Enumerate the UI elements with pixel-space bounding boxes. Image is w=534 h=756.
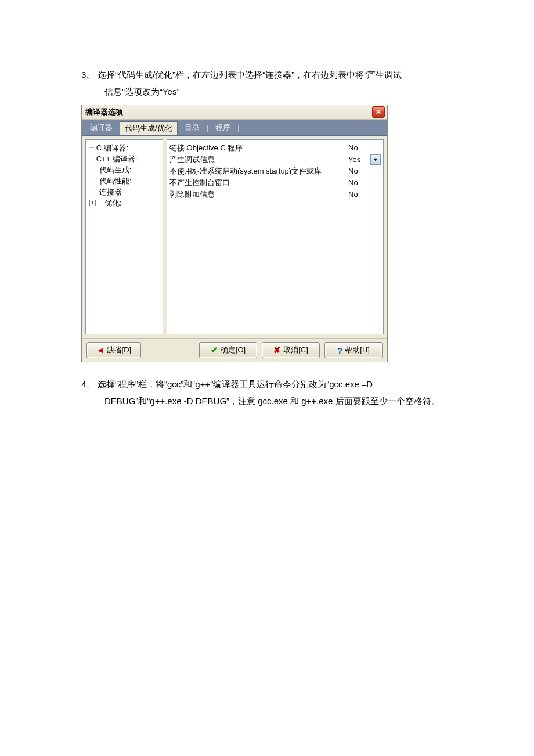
question-icon: ? <box>337 345 342 355</box>
option-value[interactable]: Yes <box>348 154 370 165</box>
tree-item-optimize[interactable]: +┈优化: <box>87 197 161 208</box>
option-value[interactable]: No <box>348 189 370 200</box>
option-value[interactable]: No <box>348 142 370 154</box>
option-value[interactable]: No <box>348 165 370 177</box>
compiler-options-dialog: 编译器选项 ✕ 编译器 代码生成/优化 目录 | 程序 | ┈ C 编译器: ┈… <box>81 105 388 362</box>
tree-item-codegen[interactable]: ┈ 代码生成: <box>87 164 161 175</box>
option-row[interactable]: 链接 Objective C 程序 No <box>169 142 381 154</box>
default-button[interactable]: ◄ 缺省[D] <box>86 342 141 358</box>
option-value[interactable]: No <box>348 177 370 189</box>
dialog-title: 编译器选项 <box>85 107 372 117</box>
default-button-label: 缺省[D] <box>107 345 132 355</box>
dialog-button-bar: ◄ 缺省[D] ✔ 确定[O] ✘ 取消[C] ? 帮助[H] <box>82 338 387 362</box>
option-row[interactable]: 产生调试信息 Yes ▼ <box>169 154 381 165</box>
tab-directory[interactable]: 目录 <box>180 121 204 134</box>
option-label: 链接 Objective C 程序 <box>169 142 348 154</box>
expand-icon[interactable]: + <box>89 200 96 206</box>
option-row[interactable]: 剥除附加信息 No <box>169 189 381 200</box>
tree-item-cpp-compiler[interactable]: ┈ C++ 编译器: <box>87 153 161 164</box>
tab-bar: 编译器 代码生成/优化 目录 | 程序 | <box>82 120 387 136</box>
options-list[interactable]: 链接 Objective C 程序 No 产生调试信息 Yes ▼ 不使用标准系… <box>167 139 384 334</box>
close-button[interactable]: ✕ <box>372 106 385 118</box>
dialog-titlebar: 编译器选项 ✕ <box>82 105 387 120</box>
option-label: 不产生控制台窗口 <box>169 177 348 189</box>
option-label: 剥除附加信息 <box>169 189 348 200</box>
panes-container: ┈ C 编译器: ┈ C++ 编译器: ┈ 代码生成: ┈ 代码性能: ┈ 连接… <box>82 136 387 338</box>
x-icon: ✘ <box>273 345 281 355</box>
tab-separator: | <box>207 124 208 132</box>
tab-compiler[interactable]: 编译器 <box>85 121 117 134</box>
step-3-number: 3、 <box>81 67 98 84</box>
option-row[interactable]: 不产生控制台窗口 No <box>169 177 381 189</box>
cancel-button-label: 取消[C] <box>283 345 308 355</box>
tab-separator-end: | <box>237 124 239 132</box>
step-3-text-line1: 选择“代码生成/优化”栏，在左边列表中选择“连接器”，在右边列表中将“产生调试 <box>98 70 402 80</box>
step-4-text-line2: DEBUG”和“g++.exe -D DEBUG”，注意 gcc.exe 和 g… <box>81 393 459 410</box>
cancel-button[interactable]: ✘ 取消[C] <box>262 342 320 358</box>
check-icon: ✔ <box>211 345 218 355</box>
chevron-down-icon: ▼ <box>373 154 378 165</box>
step-4-instruction: 4、选择“程序”栏，将“gcc”和“g++”编译器工具运行命令分别改为“gcc.… <box>81 376 459 409</box>
step-4-number: 4、 <box>81 376 98 393</box>
close-icon: ✕ <box>376 109 381 116</box>
ok-button-label: 确定[O] <box>221 345 246 355</box>
option-label: 不使用标准系统启动(system startup)文件或库 <box>169 165 348 177</box>
tab-codegen[interactable]: 代码生成/优化 <box>120 121 178 135</box>
tree-item-c-compiler[interactable]: ┈ C 编译器: <box>87 142 161 153</box>
option-row[interactable]: 不使用标准系统启动(system startup)文件或库 No <box>169 165 381 177</box>
step-3-instruction: 3、选择“代码生成/优化”栏，在左边列表中选择“连接器”，在右边列表中将“产生调… <box>81 67 459 100</box>
help-button[interactable]: ? 帮助[H] <box>324 342 383 358</box>
dropdown-button[interactable]: ▼ <box>370 154 381 165</box>
help-button-label: 帮助[H] <box>345 345 370 355</box>
step-3-text-line2: 信息”选项改为“Yes” <box>81 84 459 100</box>
category-tree[interactable]: ┈ C 编译器: ┈ C++ 编译器: ┈ 代码生成: ┈ 代码性能: ┈ 连接… <box>85 139 163 334</box>
step-4-text-line1: 选择“程序”栏，将“gcc”和“g++”编译器工具运行命令分别改为“gcc.ex… <box>98 379 373 389</box>
arrow-left-icon: ◄ <box>96 345 104 355</box>
ok-button[interactable]: ✔ 确定[O] <box>199 342 257 358</box>
option-label: 产生调试信息 <box>169 154 348 165</box>
tab-program[interactable]: 程序 <box>211 121 235 134</box>
tree-item-linker[interactable]: ┈ 连接器 <box>87 186 161 197</box>
tree-item-perf[interactable]: ┈ 代码性能: <box>87 175 161 186</box>
